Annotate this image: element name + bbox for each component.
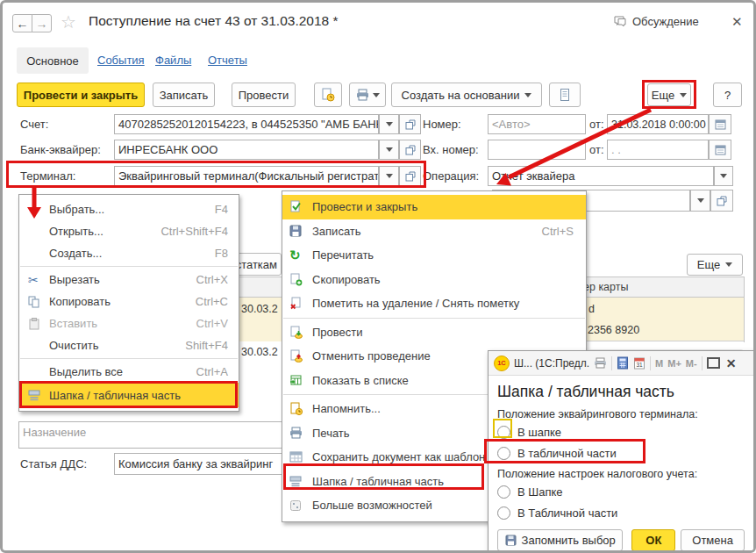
terminal-dropdown-button[interactable] xyxy=(379,166,399,186)
tab-reports[interactable]: Отчеты xyxy=(208,54,247,67)
table-row[interactable]: 30.03.2 xyxy=(239,298,282,320)
copy-plus-icon xyxy=(289,273,312,286)
number-input[interactable]: <Авто> xyxy=(488,114,586,134)
open-icon xyxy=(717,196,727,206)
favorite-star-icon[interactable]: ☆ xyxy=(61,13,76,31)
maximize-icon[interactable] xyxy=(707,357,720,369)
menu-item-header-tabular[interactable]: Шапка / табличная часть xyxy=(19,383,239,407)
field-context-menu: Выбрать...F4 Открыть...Ctrl+Shift+F4 Соз… xyxy=(18,194,239,412)
printer-icon xyxy=(594,357,607,369)
hidden-row-open-button[interactable] xyxy=(710,190,733,212)
bank-dropdown-button[interactable] xyxy=(379,140,399,160)
menu-item-paste[interactable]: ВставитьCtrl+V xyxy=(19,312,239,334)
incoming-date-input[interactable]: . . xyxy=(607,140,709,160)
discussion-button[interactable]: Обсуждение xyxy=(613,15,699,28)
calculator-icon[interactable] xyxy=(617,356,629,370)
operation-dropdown-button[interactable] xyxy=(714,166,733,186)
hidden-row-dropdown-button[interactable] xyxy=(690,190,710,212)
post-doc-icon xyxy=(289,326,312,339)
open-icon xyxy=(405,119,416,130)
date-input[interactable]: 31.03.2018 0:00:00 xyxy=(607,114,709,134)
close-window-icon[interactable]: ✕ xyxy=(731,15,743,28)
menu-item-post-close[interactable]: Провести и закрыть xyxy=(282,195,586,219)
terminal-open-button[interactable] xyxy=(399,166,421,186)
document-button[interactable] xyxy=(549,83,581,107)
unpost-doc-icon xyxy=(289,349,312,363)
memory-recall-button[interactable]: M xyxy=(655,358,663,369)
menu-item-mark-deletion[interactable]: Пометить на удаление / Снять пометку xyxy=(282,291,586,316)
menu-item-cut[interactable]: ✂ВырезатьCtrl+X xyxy=(19,269,239,291)
table-row[interactable] xyxy=(239,320,282,341)
bank-open-button[interactable] xyxy=(399,140,421,160)
incoming-date-calendar-button[interactable] xyxy=(709,140,731,160)
copy-icon xyxy=(28,296,49,308)
discussion-label: Обсуждение xyxy=(632,15,699,28)
radio-in-header[interactable]: В шапке xyxy=(497,422,745,442)
table-more-button[interactable]: Еще xyxy=(687,254,743,276)
account-label: Счет: xyxy=(20,118,48,131)
menu-item-save[interactable]: ЗаписатьCtrl+S xyxy=(282,219,586,244)
menu-item-select-all[interactable]: Выделить всеCtrl+A xyxy=(19,361,239,383)
menu-separator xyxy=(20,358,238,359)
titlebar-separator xyxy=(650,356,651,370)
menu-item-create[interactable]: Создать...F8 xyxy=(19,242,239,264)
print-button[interactable] xyxy=(349,83,386,107)
more-button[interactable]: Еще xyxy=(647,83,691,106)
dialog-titlebar[interactable]: 1С Ш... (1С:Предл. 31 M M+ M- ✕ xyxy=(489,351,753,376)
document-icon xyxy=(559,88,571,102)
radio-in-tabular[interactable]: В табличной части xyxy=(497,443,745,463)
forward-arrow-icon: → xyxy=(36,18,48,30)
menu-separator xyxy=(283,318,585,319)
post-and-close-button[interactable]: Провести и закрыть xyxy=(17,83,145,107)
incoming-number-input[interactable] xyxy=(488,140,586,160)
menu-item-open[interactable]: Открыть...Ctrl+Shift+F4 xyxy=(19,220,239,242)
menu-item-post-document[interactable]: Провести xyxy=(282,320,586,345)
account-input[interactable]: 40702852520120154223, в 044525350 "АМБ Б… xyxy=(114,114,379,134)
date-calendar-button[interactable] xyxy=(709,114,731,134)
menu-item-copy-document[interactable]: Скопировать xyxy=(282,268,586,292)
tab-events[interactable]: События xyxy=(97,54,145,67)
menu-item-reread[interactable]: ↻Перечитать xyxy=(282,243,586,268)
tab-files[interactable]: Файлы xyxy=(155,54,191,67)
tab-main[interactable]: Основное xyxy=(17,47,89,74)
table-row[interactable]: 30.03.2 xyxy=(239,341,282,363)
back-arrow-icon: ← xyxy=(17,18,29,30)
radio-tax-in-header[interactable]: В Шапке xyxy=(497,482,745,502)
post-button[interactable]: Провести xyxy=(232,83,296,107)
dropdown-arrow-icon xyxy=(720,174,727,178)
menu-item-copy[interactable]: КопироватьCtrl+C xyxy=(19,291,239,312)
radio-icon xyxy=(497,426,510,439)
save-button[interactable]: Записать xyxy=(153,83,215,107)
memory-plus-button[interactable]: M+ xyxy=(667,358,681,369)
paste-icon xyxy=(28,318,49,330)
dialog-close-icon[interactable]: ✕ xyxy=(726,357,737,370)
svg-text:31: 31 xyxy=(636,362,643,368)
calendar-day-icon[interactable]: 31 xyxy=(633,356,645,370)
menu-item-clear[interactable]: ОчиститьShift+F4 xyxy=(19,334,239,356)
ok-button[interactable]: ОК xyxy=(631,529,675,551)
radio-tax-in-tabular[interactable]: В Табличной части xyxy=(497,503,745,523)
header-table-icon xyxy=(289,475,312,487)
bank-input[interactable]: ИНРЕСБАНК ООО xyxy=(114,140,379,160)
app-window: ← → ☆ Поступление на счет 43 от 31.03.20… xyxy=(0,0,756,553)
account-dropdown-button[interactable] xyxy=(379,114,399,134)
operation-label: Операция: xyxy=(423,169,479,183)
dropdown-arrow-icon xyxy=(697,198,704,203)
remember-choice-button[interactable]: Запомнить выбор xyxy=(497,529,623,551)
terminal-label: Терминал: xyxy=(20,169,75,183)
save-icon xyxy=(289,225,312,237)
back-button[interactable]: ← xyxy=(12,14,32,32)
reminder-button[interactable] xyxy=(314,83,342,107)
operation-input[interactable]: Отчет эквайера xyxy=(488,166,714,186)
cancel-button[interactable]: Отмена xyxy=(681,529,745,551)
menu-item-select[interactable]: Выбрать...F4 xyxy=(19,198,239,220)
help-button[interactable]: ? xyxy=(713,83,742,107)
memory-minus-button[interactable]: M- xyxy=(686,358,697,369)
account-open-button[interactable] xyxy=(399,114,421,134)
forward-button[interactable]: → xyxy=(32,14,52,32)
dds-label: Статья ДДС: xyxy=(20,457,87,470)
scissors-icon: ✂ xyxy=(28,274,49,286)
create-based-on-button[interactable]: Создать на основании xyxy=(391,83,542,107)
terminal-input[interactable]: Эквайринговый терминал(Фискальный регист… xyxy=(114,166,379,186)
table-header-left xyxy=(239,276,282,298)
